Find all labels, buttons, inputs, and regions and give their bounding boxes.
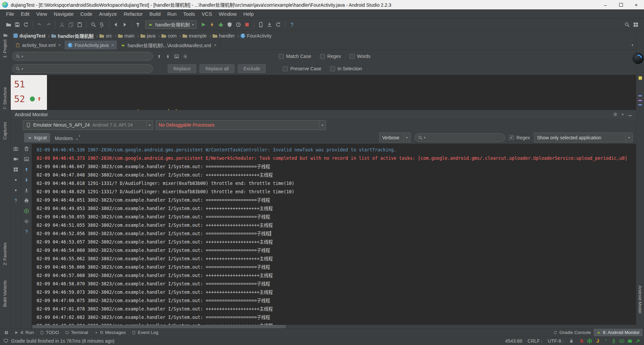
- stop-icon[interactable]: [243, 20, 252, 29]
- toolwindow-button[interactable]: 0: Messages: [91, 329, 129, 336]
- error-stripe-mark[interactable]: [638, 104, 642, 106]
- log-line[interactable]: 02-09 04:47:01.078 3802-3802/com.example…: [37, 305, 636, 313]
- log-line[interactable]: 02-09 04:47:02.082 3802-3823/com.example…: [37, 313, 636, 322]
- error-stripe-mark[interactable]: [638, 95, 642, 96]
- toolwindow-button[interactable]: TODO: [37, 329, 62, 336]
- logcat-settings-icon[interactable]: [23, 218, 30, 224]
- separator[interactable]: [285, 21, 285, 28]
- profile-icon[interactable]: [234, 20, 243, 29]
- run-icon[interactable]: [199, 20, 208, 29]
- hide-panel-icon[interactable]: [628, 112, 633, 117]
- menu-item[interactable]: Window: [215, 11, 240, 17]
- match-case-checkbox[interactable]: Match Case: [279, 54, 311, 59]
- tab-logcat[interactable]: logcat: [24, 133, 50, 142]
- status-bar-icon[interactable]: [3, 338, 8, 343]
- instant-run-icon[interactable]: [208, 20, 217, 29]
- editor-gutter[interactable]: 51 52: [11, 75, 47, 110]
- gradle-sync-icon[interactable]: [274, 20, 283, 29]
- breadcrumb-item[interactable]: dujiangTest ›: [13, 33, 51, 39]
- log-line[interactable]: 02-09 04:46:55.062 3802-3802/com.example…: [37, 255, 636, 263]
- scroll-up-icon[interactable]: [23, 166, 30, 172]
- clear-logcat-icon[interactable]: [23, 146, 30, 152]
- menu-item[interactable]: VCS: [198, 11, 215, 17]
- avd-manager-icon[interactable]: [257, 20, 265, 29]
- separator[interactable]: [55, 21, 55, 28]
- replace-icon[interactable]: [98, 20, 106, 29]
- logcat-search-input[interactable]: [427, 135, 502, 141]
- replace-field[interactable]: ▾: [12, 64, 153, 73]
- tab-four-activity-java[interactable]: FourActivity.java ×: [64, 41, 117, 50]
- log-line[interactable]: 02-09 04:46:58.070 3802-3823/com.example…: [37, 280, 636, 288]
- log-line[interactable]: 02-09 04:46:59.073 3802-3802/com.example…: [37, 288, 636, 296]
- device-select[interactable]: Emulator Nexus_5_API_24 Android 7.0, API…: [23, 120, 153, 130]
- screenshot-icon[interactable]: [13, 146, 19, 152]
- scroll-to-end-icon[interactable]: [23, 187, 30, 193]
- ime-icon[interactable]: ’: [603, 338, 608, 344]
- snapshot-icon[interactable]: [23, 156, 30, 162]
- in-selection-checkbox[interactable]: In Selection: [330, 66, 362, 71]
- log-line[interactable]: 02-09 04:46:48.018 1291-1331/? D/AudioFl…: [37, 179, 636, 188]
- encoding-select[interactable]: UTF-8↕: [548, 338, 564, 344]
- toolwindow-button[interactable]: Terminal: [62, 329, 91, 336]
- redo-icon[interactable]: [44, 20, 53, 29]
- restart-icon[interactable]: [23, 208, 30, 214]
- breadcrumb-item[interactable]: com ›: [161, 33, 182, 39]
- undo-icon[interactable]: [35, 20, 44, 29]
- toolwindow-button[interactable]: 4: Run: [11, 329, 37, 336]
- minimize-button[interactable]: –: [598, 0, 613, 9]
- toolwindow-button-project[interactable]: 1: Project: [2, 40, 7, 58]
- log-line[interactable]: 02-09 04:47:00.075 3802-3823/com.example…: [37, 296, 636, 305]
- ime-icon[interactable]: [611, 338, 616, 344]
- log-line[interactable]: 02-09 04:46:48.029 1291-1331/? D/AudioFl…: [37, 188, 636, 196]
- log-line[interactable]: 02-09 04:46:50.055 3802-3823/com.example…: [37, 213, 636, 221]
- menu-item[interactable]: Refactor: [120, 11, 146, 17]
- code-area[interactable]: @Override public void onClick(View view)…: [47, 75, 636, 110]
- search-history-icon[interactable]: ▾: [21, 55, 23, 58]
- menu-item[interactable]: Help: [240, 11, 257, 17]
- menu-item[interactable]: Analyze: [96, 11, 120, 17]
- breadcrumb-item[interactable]: src ›: [99, 33, 117, 39]
- menu-item[interactable]: Run: [164, 11, 180, 17]
- screen-record-icon[interactable]: [13, 156, 19, 162]
- find-all-icon[interactable]: [172, 52, 180, 60]
- logcat-regex-checkbox[interactable]: ✓ Regex: [509, 135, 530, 140]
- chevron-down-icon[interactable]: ▾: [622, 113, 624, 116]
- find-settings-icon[interactable]: [181, 52, 189, 60]
- tab-close-icon[interactable]: ×: [58, 43, 61, 48]
- tool-dot-icon[interactable]: [13, 187, 19, 193]
- breadcrumb-item[interactable]: handler ›: [213, 33, 240, 39]
- log-line[interactable]: 02-09 04:46:47.048 3802-3802/com.example…: [37, 171, 636, 179]
- toolwindow-button-android-monitor[interactable]: 6: Android Monitor: [594, 329, 643, 336]
- log-line[interactable]: 02-09 04:46:53.057 3802-3802/com.example…: [37, 238, 636, 246]
- search-input[interactable]: [24, 53, 150, 59]
- print-icon[interactable]: [23, 198, 30, 204]
- sdk-manager-icon[interactable]: [265, 20, 274, 29]
- lock-icon[interactable]: [569, 339, 574, 343]
- log-line[interactable]: 02-09 04:46:51.055 3802-3802/com.example…: [37, 221, 636, 229]
- separator[interactable]: [33, 21, 33, 28]
- logcat-filter-select[interactable]: Show only selected application ▾: [534, 133, 633, 142]
- menu-item[interactable]: Build: [146, 11, 164, 17]
- tab-android-manifest-xml[interactable]: handler处理机制\...\AndroidManifest.xml ×: [117, 41, 220, 50]
- switcher-icon[interactable]: [631, 20, 640, 29]
- sync-icon[interactable]: [21, 20, 30, 29]
- maximize-button[interactable]: [613, 0, 629, 9]
- save-all-icon[interactable]: [13, 20, 21, 29]
- breadcrumb-item[interactable]: java ›: [141, 33, 161, 39]
- previous-occurrence-icon[interactable]: [155, 52, 163, 60]
- replace-button[interactable]: Replace: [168, 64, 196, 73]
- inspection-status-icon[interactable]: [639, 76, 642, 80]
- process-select[interactable]: No Debuggable Processes ▾: [156, 120, 326, 130]
- find-icon[interactable]: [89, 20, 98, 29]
- breadcrumb-item[interactable]: example ›: [182, 33, 212, 39]
- search-everywhere-icon[interactable]: [623, 20, 631, 29]
- ime-icon[interactable]: [619, 338, 625, 344]
- tab-activity-four-xml[interactable]: activity_four.xml ×: [12, 41, 64, 50]
- toolwindow-button-favorites[interactable]: 2: Favorites: [2, 243, 7, 265]
- breadcrumb-item[interactable]: handler处理机制 ›: [51, 32, 99, 39]
- back-icon[interactable]: [111, 20, 120, 29]
- tab-monitors[interactable]: Monitors →*: [55, 134, 80, 141]
- scroll-down-icon[interactable]: [23, 177, 30, 183]
- regex-checkbox[interactable]: Regex: [320, 54, 341, 59]
- help-icon[interactable]: [288, 20, 297, 29]
